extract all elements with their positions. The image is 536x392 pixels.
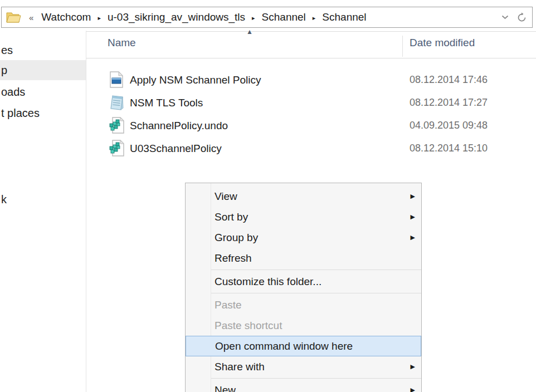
- registry-file-icon: [109, 117, 124, 136]
- file-row[interactable]: SchannelPolicy.undo 04.09.2015 09:48: [86, 114, 536, 137]
- breadcrumb-item-schannel-1[interactable]: Schannel: [261, 11, 307, 23]
- menu-item-refresh[interactable]: Refresh: [186, 248, 421, 268]
- submenu-arrow-icon: ▶: [411, 356, 415, 377]
- sidebar-item-desktop[interactable]: p: [0, 60, 86, 80]
- folder-icon[interactable]: [6, 11, 21, 24]
- file-date-modified: 08.12.2014 17:46: [410, 68, 488, 91]
- breadcrumb-item-watchcom[interactable]: Watchcom: [40, 11, 92, 23]
- file-row[interactable]: NSM TLS Tools 08.12.2014 17:27: [86, 91, 536, 114]
- breadcrumb-item-schannel-2[interactable]: Schannel: [321, 11, 367, 23]
- menu-separator: [211, 270, 421, 270]
- file-row[interactable]: Apply NSM Schannel Policy 08.12.2014 17:…: [86, 68, 536, 91]
- sidebar-item-downloads[interactable]: oads: [0, 82, 25, 102]
- menu-item-group-by[interactable]: Group by ▶: [186, 227, 421, 248]
- file-date-modified: 08.12.2014 17:27: [410, 91, 488, 114]
- column-header-name[interactable]: Name: [108, 37, 136, 49]
- sort-ascending-icon: ▲: [246, 28, 253, 36]
- breadcrumb: Watchcom ▸ u-03_sikring_av_windows_tls ▸…: [40, 11, 367, 23]
- sidebar-item-recent-places[interactable]: t places: [0, 103, 40, 123]
- file-name[interactable]: NSM TLS Tools: [130, 91, 203, 114]
- menu-separator: [211, 378, 421, 379]
- breadcrumb-overflow-chevrons[interactable]: «: [29, 13, 33, 22]
- submenu-arrow-icon: ▶: [411, 380, 415, 392]
- batch-file-icon: [109, 71, 124, 90]
- column-separator[interactable]: [402, 36, 403, 57]
- submenu-arrow-icon: ▶: [411, 227, 415, 248]
- menu-item-paste: Paste: [186, 295, 421, 315]
- file-name[interactable]: Apply NSM Schannel Policy: [130, 68, 261, 91]
- header-bottom-border: [86, 58, 536, 58]
- menu-item-share-with[interactable]: Share with ▶: [186, 356, 421, 377]
- breadcrumb-item-u03[interactable]: u-03_sikring_av_windows_tls: [106, 11, 246, 23]
- sidebar-item-favorites[interactable]: es: [0, 40, 13, 60]
- refresh-icon[interactable]: [513, 9, 530, 26]
- submenu-arrow-icon: ▶: [411, 207, 415, 227]
- breadcrumb-separator-icon[interactable]: ▸: [98, 14, 101, 22]
- breadcrumb-separator-icon[interactable]: ▸: [252, 14, 255, 22]
- file-row[interactable]: U03SchannelPolicy 08.12.2014 15:10: [86, 137, 536, 160]
- file-date-modified: 08.12.2014 15:10: [410, 137, 488, 160]
- menu-separator: [211, 293, 421, 293]
- submenu-arrow-icon: ▶: [411, 186, 415, 207]
- address-bar[interactable]: « Watchcom ▸ u-03_sikring_av_windows_tls…: [1, 7, 533, 28]
- file-name[interactable]: U03SchannelPolicy: [130, 137, 222, 160]
- file-date-modified: 04.09.2015 09:48: [410, 114, 488, 137]
- sidebar-item-network[interactable]: k: [0, 189, 7, 209]
- registry-file-icon: [109, 140, 124, 159]
- text-document-icon: [109, 94, 125, 113]
- context-menu: View ▶ Sort by ▶ Group by ▶ Refresh Cust…: [185, 183, 422, 392]
- chevron-down-icon[interactable]: [496, 9, 513, 26]
- menu-item-view[interactable]: View ▶: [186, 186, 421, 207]
- menu-item-open-command-window-here[interactable]: Open command window here: [186, 336, 421, 356]
- column-header-date-modified[interactable]: Date modified: [410, 37, 475, 49]
- breadcrumb-separator-icon[interactable]: ▸: [313, 14, 316, 22]
- menu-item-sort-by[interactable]: Sort by ▶: [186, 207, 421, 227]
- list-top-border: [86, 31, 536, 32]
- menu-item-customize-this-folder[interactable]: Customize this folder...: [186, 271, 421, 292]
- menu-item-new[interactable]: New ▶: [186, 380, 421, 392]
- file-name[interactable]: SchannelPolicy.undo: [130, 114, 228, 137]
- menu-item-paste-shortcut: Paste shortcut: [186, 315, 421, 336]
